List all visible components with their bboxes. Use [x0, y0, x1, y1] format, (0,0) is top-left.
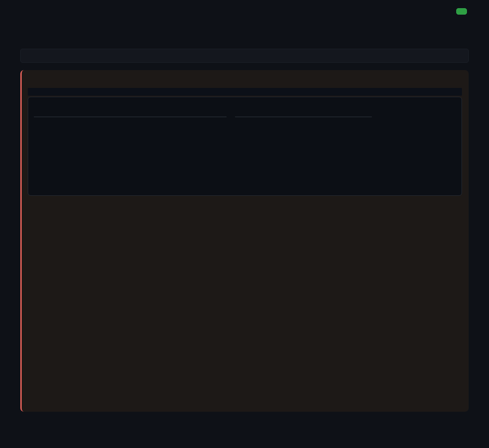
ip-detail-card: [28, 97, 462, 196]
krawl-dashboard-page: [0, 0, 489, 448]
table-header-row: [28, 88, 462, 96]
recent-suspicious-activity-panel: [20, 70, 469, 412]
behavior-timeline-title: [34, 114, 227, 117]
category-score-chart: [378, 103, 456, 188]
listed-on-title: [235, 114, 372, 117]
tab-bar: [20, 49, 469, 63]
behavior-timeline-section: [34, 114, 227, 123]
radar-chart: [378, 109, 454, 180]
app-header: [0, 0, 489, 23]
export-malicious-ips-button[interactable]: [456, 8, 467, 15]
listed-on-section: [235, 114, 372, 123]
